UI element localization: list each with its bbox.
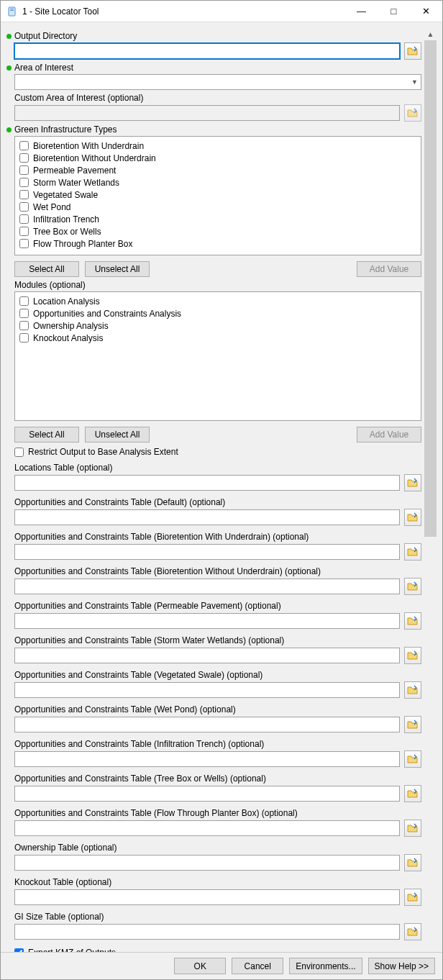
table-input[interactable] (14, 889, 400, 905)
table-label-row: Opportunities and Constraints Table (Bio… (6, 566, 421, 576)
gi-type-checkbox[interactable] (19, 239, 29, 248)
table-input[interactable] (14, 544, 400, 560)
table-label-row: Opportunities and Constraints Table (Flo… (6, 808, 421, 818)
table-browse-button[interactable] (404, 716, 421, 733)
restrict-extent-checkbox[interactable] (14, 448, 24, 457)
table-browse-button[interactable] (404, 474, 421, 491)
table-label: Opportunities and Constraints Table (Per… (14, 601, 281, 611)
gi-type-checkbox[interactable] (19, 141, 29, 150)
list-item: Permeable Pavement (19, 164, 416, 176)
aoi-combo[interactable]: ▼ (14, 74, 421, 90)
custom-aoi-label-row: Custom Area of Interest (optional) (6, 93, 421, 103)
vertical-scrollbar[interactable]: ▲ ▼ (424, 28, 437, 952)
module-checkbox[interactable] (19, 333, 29, 342)
maximize-button[interactable]: □ (378, 1, 410, 22)
scrollbar-thumb[interactable] (424, 40, 437, 537)
gi-type-checkbox[interactable] (19, 214, 29, 224)
table-label-row: Locations Table (optional) (6, 463, 421, 473)
add-value-button: Add Value (357, 261, 421, 277)
aoi-label: Area of Interest (14, 63, 73, 73)
list-item: Opportunities and Constraints Analysis (19, 307, 416, 319)
table-browse-button[interactable] (404, 543, 421, 561)
table-input[interactable] (14, 682, 400, 698)
table-browse-button[interactable] (404, 612, 421, 630)
folder-open-icon (407, 892, 419, 902)
window-title: 1 - Site Locator Tool (22, 6, 345, 17)
unselect-all-button[interactable]: Unselect All (85, 427, 150, 443)
app-icon (6, 6, 18, 17)
list-item: Bioretention Without Underdrain (19, 152, 416, 164)
table-browse-button[interactable] (404, 578, 421, 595)
restrict-extent-label: Restrict Output to Base Analysis Extent (28, 447, 178, 457)
table-browse-button[interactable] (404, 681, 421, 699)
output-dir-input[interactable] (14, 43, 400, 59)
folder-open-icon (407, 581, 419, 591)
chevron-down-icon: ▼ (411, 78, 418, 86)
gi-type-checkbox[interactable] (19, 190, 29, 199)
select-all-button[interactable]: Select All (14, 261, 79, 277)
table-input[interactable] (14, 475, 400, 491)
svg-rect-1 (10, 9, 14, 9)
module-checkbox[interactable] (19, 309, 29, 318)
folder-open-icon (407, 46, 419, 56)
folder-open-icon (407, 650, 419, 661)
module-checkbox[interactable] (19, 321, 29, 330)
scroll-up-arrow-icon[interactable]: ▲ (424, 28, 437, 40)
table-browse-button[interactable] (404, 820, 421, 837)
modules-label: Modules (optional) (14, 280, 86, 290)
cancel-button[interactable]: Cancel (232, 958, 283, 974)
gi-type-checkbox[interactable] (19, 202, 29, 212)
table-label-row: Opportunities and Constraints Table (Wet… (6, 704, 421, 714)
add-value-button: Add Value (357, 427, 421, 443)
table-input[interactable] (14, 786, 400, 802)
module-checkbox[interactable] (19, 296, 29, 306)
output-dir-browse-button[interactable] (404, 42, 421, 60)
table-label: Knockout Table (optional) (14, 877, 111, 887)
table-browse-button[interactable] (404, 509, 421, 526)
table-browse-button[interactable] (404, 647, 421, 664)
table-browse-button[interactable] (404, 889, 421, 906)
export-kmz-row: Export KMZ of Outputs (14, 948, 421, 952)
table-input[interactable] (14, 613, 400, 629)
module-label: Ownership Analysis (33, 321, 109, 331)
table-input[interactable] (14, 751, 400, 767)
custom-aoi-input (14, 105, 400, 121)
table-label-row: Opportunities and Constraints Table (Inf… (6, 739, 421, 749)
gi-type-checkbox[interactable] (19, 227, 29, 236)
gi-type-checkbox[interactable] (19, 165, 29, 175)
table-input[interactable] (14, 509, 400, 525)
table-input[interactable] (14, 855, 400, 871)
folder-open-icon (407, 720, 419, 730)
select-all-button[interactable]: Select All (14, 427, 79, 443)
table-input[interactable] (14, 820, 400, 836)
custom-aoi-browse-button[interactable] (404, 104, 421, 122)
list-item: Tree Box or Wells (19, 225, 416, 237)
svg-rect-0 (9, 7, 15, 16)
modules-listbox[interactable]: Location Analysis Opportunities and Cons… (14, 291, 421, 421)
close-button[interactable]: ✕ (410, 1, 442, 22)
export-kmz-checkbox[interactable] (14, 948, 24, 953)
output-dir-label-row: Output Directory (6, 31, 421, 41)
gi-types-listbox[interactable]: Bioretention With Underdrain Bioretentio… (14, 136, 421, 255)
unselect-all-button[interactable]: Unselect All (85, 261, 150, 277)
gi-type-label: Flow Through Planter Box (33, 239, 133, 249)
restrict-extent-row: Restrict Output to Base Analysis Extent (14, 447, 421, 457)
ok-button[interactable]: OK (174, 958, 226, 974)
folder-open-icon (407, 547, 419, 557)
table-input[interactable] (14, 924, 400, 940)
table-browse-button[interactable] (404, 854, 421, 871)
minimize-button[interactable]: — (345, 1, 378, 22)
table-input[interactable] (14, 579, 400, 594)
gi-type-checkbox[interactable] (19, 178, 29, 187)
table-label-row: Opportunities and Constraints Table (Per… (6, 601, 421, 611)
table-browse-button[interactable] (404, 750, 421, 768)
show-help-button[interactable]: Show Help >> (368, 958, 435, 974)
table-label: Opportunities and Constraints Table (Veg… (14, 670, 262, 680)
environments-button[interactable]: Environments... (289, 958, 362, 974)
table-label: Opportunities and Constraints Table (Flo… (14, 808, 298, 818)
table-input[interactable] (14, 717, 400, 732)
table-browse-button[interactable] (404, 923, 421, 940)
table-browse-button[interactable] (404, 785, 421, 802)
gi-type-checkbox[interactable] (19, 153, 29, 163)
table-input[interactable] (14, 648, 400, 663)
